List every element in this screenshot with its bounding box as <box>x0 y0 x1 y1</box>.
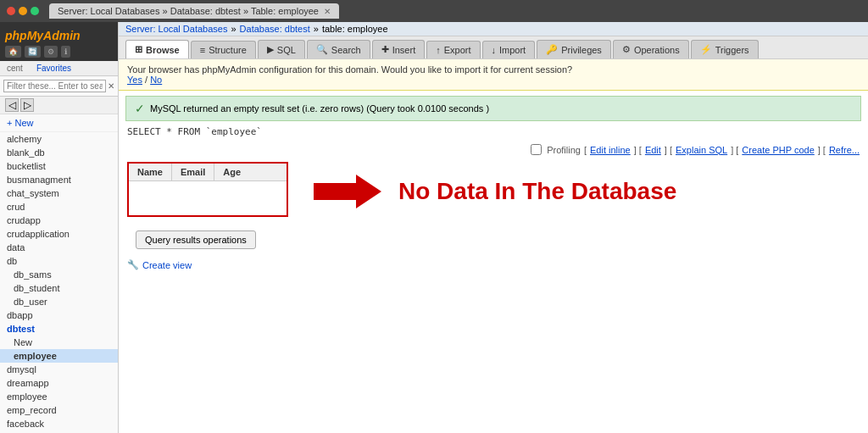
sql-query-display: SELECT * FROM `employee` <box>119 123 868 141</box>
col-header-name: Name <box>129 164 172 180</box>
sidebar-item-emp-record[interactable]: emp_record <box>0 403 118 417</box>
privileges-icon: 🔑 <box>546 44 558 55</box>
sidebar-item-faceback[interactable]: faceback <box>0 417 118 430</box>
refresh-link[interactable]: Refre... <box>829 145 860 155</box>
sidebar-item-crud[interactable]: crud <box>0 200 118 214</box>
sidebar-item-db-user[interactable]: db_user <box>0 295 118 308</box>
result-table: Name Email Age <box>127 162 288 217</box>
sidebar-item-busmanagment[interactable]: busmanagment <box>0 173 118 186</box>
arrow-icon <box>314 170 381 213</box>
sidebar-item-bucketlist[interactable]: bucketlist <box>0 159 118 173</box>
sidebar-item-db-student[interactable]: db_student <box>0 281 118 295</box>
profiling-label: Profiling <box>547 145 581 155</box>
breadcrumb: Server: Local Databases » Database: dbte… <box>119 22 868 36</box>
create-view-label: Create view <box>142 260 192 270</box>
col-header-email: Email <box>172 164 214 180</box>
tab-triggers[interactable]: ⚡ Triggers <box>691 40 759 58</box>
notification-yes-link[interactable]: Yes <box>127 75 142 85</box>
sidebar-item-chat-system[interactable]: chat_system <box>0 186 118 200</box>
logo-icon-3: ⚙ <box>44 46 58 58</box>
result-message: MySQL returned an empty result set (i.e.… <box>150 103 489 114</box>
table-body-empty <box>129 181 287 215</box>
sidebar-item-db[interactable]: db <box>0 254 118 268</box>
search-icon: 🔍 <box>316 44 328 55</box>
breadcrumb-table: table: employee <box>322 24 388 34</box>
triggers-icon: ⚡ <box>700 44 712 55</box>
table-area-wrapper: Name Email Age No Data In The Database <box>119 158 868 220</box>
content-area: Server: Local Databases » Database: dbte… <box>119 22 868 433</box>
tab-operations[interactable]: ⚙ Operations <box>613 40 689 58</box>
query-results-operations-button[interactable]: Query results operations <box>136 230 256 249</box>
sidebar-item-employee-table[interactable]: employee <box>0 349 118 363</box>
notification-no-link[interactable]: No <box>150 75 162 85</box>
tab-title: Server: Local Databases » Database: dbte… <box>58 6 319 16</box>
result-bar: ✓ MySQL returned an empty result set (i.… <box>125 96 861 121</box>
sidebar-item-new-sub[interactable]: New <box>0 336 118 349</box>
tab-sql[interactable]: ▶ SQL <box>258 40 305 58</box>
sidebar-tab-recent[interactable]: cent <box>0 61 30 75</box>
edit-link[interactable]: Edit <box>645 145 661 155</box>
sidebar-item-db-sams[interactable]: db_sams <box>0 268 118 281</box>
toolbar-row: Profiling [ Edit inline ] [ Edit ] [ Exp… <box>119 141 868 158</box>
browse-icon: ⊞ <box>135 44 142 55</box>
logo: phpMyAdmin 🏠 🔄 ⚙ ℹ <box>0 22 118 61</box>
browser-tab[interactable]: Server: Local Databases » Database: dbte… <box>49 3 339 19</box>
breadcrumb-database[interactable]: Database: dbtest <box>240 24 310 34</box>
result-check-icon: ✓ <box>135 102 145 115</box>
query-ops-area: Query results operations <box>119 220 868 256</box>
profiling-checkbox[interactable] <box>531 144 542 155</box>
export-icon: ↑ <box>436 45 441 55</box>
tab-structure[interactable]: ≡ Structure <box>191 41 256 58</box>
sidebar-filter-area: ✕ <box>0 76 118 97</box>
breadcrumb-sep2: » <box>314 24 319 34</box>
tab-close-icon[interactable]: ✕ <box>324 7 331 16</box>
tab-insert[interactable]: ✚ Insert <box>372 40 426 58</box>
sidebar-new-item[interactable]: + New <box>0 114 118 132</box>
logo-icon-2: 🔄 <box>25 46 41 58</box>
sidebar-tabs: cent Favorites <box>0 61 118 76</box>
tab-browse[interactable]: ⊞ Browse <box>125 40 189 58</box>
sidebar-item-dbtest[interactable]: dbtest <box>0 322 118 336</box>
logo-icon-1: 🏠 <box>5 46 21 58</box>
sidebar-item-crudapp[interactable]: crudapp <box>0 214 118 227</box>
notification-text: Your browser has phpMyAdmin configuratio… <box>127 64 572 75</box>
create-view-area[interactable]: 🔧 Create view <box>119 256 868 274</box>
sidebar-item-blank-db[interactable]: blank_db <box>0 146 118 159</box>
no-data-container: No Data In The Database <box>314 170 676 213</box>
notification-bar: Your browser has phpMyAdmin configuratio… <box>119 59 868 91</box>
sidebar-item-dreamapp[interactable]: dreamapp <box>0 376 118 390</box>
explain-sql-link[interactable]: Explain SQL <box>676 145 727 155</box>
logo-icon-4: ℹ <box>61 46 70 58</box>
edit-inline-link[interactable]: Edit inline <box>590 145 631 155</box>
sidebar-item-alchemy[interactable]: alchemy <box>0 132 118 146</box>
sidebar-expand-icon[interactable]: ▷ <box>20 98 34 112</box>
sidebar-filter-clear-icon[interactable]: ✕ <box>108 81 114 91</box>
sidebar-tab-favorites[interactable]: Favorites <box>30 61 78 75</box>
tab-search[interactable]: 🔍 Search <box>307 40 370 58</box>
sidebar-item-dmysql[interactable]: dmysql <box>0 363 118 376</box>
tab-export[interactable]: ↑ Export <box>426 41 480 58</box>
sidebar-nav-arrows: ◁ ▷ <box>0 97 118 114</box>
create-php-link[interactable]: Create PHP code <box>742 145 814 155</box>
sql-icon: ▶ <box>267 44 274 55</box>
logo-text: phpMyAdmin <box>5 29 113 42</box>
operations-icon: ⚙ <box>622 44 631 55</box>
sidebar: phpMyAdmin 🏠 🔄 ⚙ ℹ cent Favorites ✕ ◁ ▷ <box>0 22 119 433</box>
tab-privileges[interactable]: 🔑 Privileges <box>537 40 611 58</box>
no-data-text: No Data In The Database <box>398 178 676 205</box>
sidebar-collapse-icon[interactable]: ◁ <box>5 98 19 112</box>
sidebar-item-employee-db[interactable]: employee <box>0 390 118 403</box>
sidebar-filter-input[interactable] <box>3 80 106 92</box>
tab-import[interactable]: ↓ Import <box>482 41 536 58</box>
sidebar-item-data[interactable]: data <box>0 241 118 254</box>
create-view-icon: 🔧 <box>127 259 139 270</box>
sidebar-item-dbapp[interactable]: dbapp <box>0 308 118 322</box>
import-icon: ↓ <box>492 45 497 55</box>
breadcrumb-server[interactable]: Server: Local Databases <box>125 24 227 34</box>
col-header-age: Age <box>214 164 249 180</box>
breadcrumb-sep1: » <box>231 24 236 34</box>
svg-marker-0 <box>314 175 381 208</box>
insert-icon: ✚ <box>381 44 389 55</box>
structure-icon: ≡ <box>200 45 205 55</box>
sidebar-item-crudapplication[interactable]: crudapplication <box>0 227 118 241</box>
